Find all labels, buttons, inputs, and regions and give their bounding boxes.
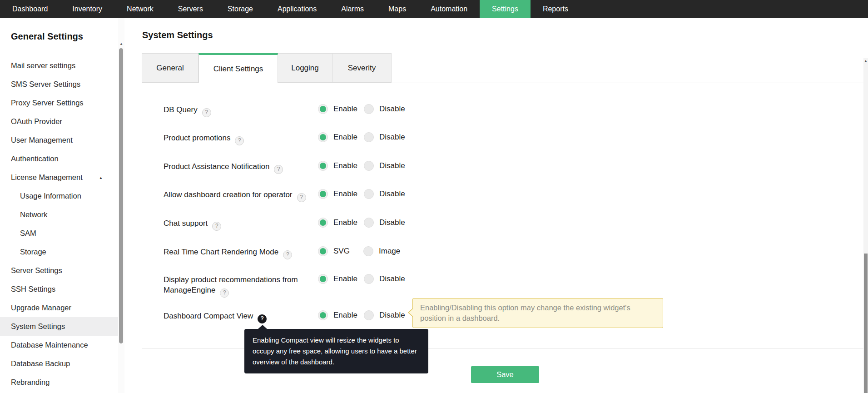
radio-option-enable[interactable]: Enable <box>318 104 364 114</box>
radio-option-disable[interactable]: Disable <box>364 104 412 114</box>
tab-logging[interactable]: Logging <box>278 53 332 83</box>
radio-icon <box>363 246 373 256</box>
radio-option-image[interactable]: Image <box>363 246 407 256</box>
save-button[interactable]: Save <box>471 366 539 383</box>
tab-client-settings[interactable]: Client Settings <box>198 53 278 83</box>
sidebar: General Settings Mail server settings ▲ … <box>0 18 124 393</box>
sidebar-title: General Settings <box>11 31 83 42</box>
nav-item-settings[interactable]: Settings <box>480 0 531 18</box>
tab-severity[interactable]: Severity <box>332 53 392 83</box>
radio-icon <box>318 274 328 284</box>
radio-icon <box>318 218 328 228</box>
radio-icon <box>318 104 328 114</box>
scrollbar-up-icon[interactable]: ▲ <box>118 42 124 46</box>
radio-option-enable[interactable]: Enable <box>318 132 364 142</box>
sidebar-item-proxy-server-settings[interactable]: Proxy Server Settings ▲ <box>0 94 118 112</box>
nav-item-inventory[interactable]: Inventory <box>60 0 114 18</box>
radio-icon <box>318 310 328 320</box>
warning-text: Enabling/Disabling this option may chang… <box>420 303 630 322</box>
sidebar-item-sam[interactable]: SAM ▲ <box>0 224 118 243</box>
radio-icon <box>318 132 328 142</box>
radio-option-disable[interactable]: Disable <box>364 274 412 284</box>
help-icon[interactable]: ? <box>274 165 283 174</box>
sidebar-scrollbar[interactable]: ▲ <box>118 18 124 393</box>
sidebar-item-authentication[interactable]: Authentication ▲ <box>0 149 118 168</box>
tab-general[interactable]: General <box>142 53 198 83</box>
setting-label: DB Query <box>164 105 198 114</box>
radio-option-disable[interactable]: Disable <box>364 161 412 171</box>
sidebar-item-database-backup[interactable]: Database Backup ▲ <box>0 354 118 373</box>
tab-label: Client Settings <box>213 65 263 74</box>
help-icon[interactable]: ? <box>258 314 267 323</box>
main-scrollbar[interactable]: ▲ <box>863 58 868 393</box>
radio-icon <box>364 104 374 114</box>
sidebar-item-upgrade-manager[interactable]: Upgrade Manager ▲ <box>0 298 118 317</box>
help-icon[interactable]: ? <box>297 193 306 202</box>
sidebar-item-server-settings[interactable]: Server Settings ▲ <box>0 261 118 280</box>
radio-icon <box>364 132 374 142</box>
radio-icon <box>318 246 328 256</box>
radio-group: Enable Disable <box>318 104 412 114</box>
setting-label: Allow dashboard creation for operator <box>164 190 293 199</box>
nav-item-reports[interactable]: Reports <box>531 0 580 18</box>
nav-item-network[interactable]: Network <box>114 0 166 18</box>
radio-option-enable[interactable]: Enable <box>318 161 364 171</box>
help-tooltip: Enabling Compact view will resize the wi… <box>244 329 428 373</box>
sidebar-item-network[interactable]: Network ▲ <box>0 205 118 224</box>
setting-label: Product promotions <box>164 134 230 142</box>
radio-icon <box>364 218 374 228</box>
radio-option-enable[interactable]: Enable <box>318 218 364 228</box>
sidebar-item-sms-server-settings[interactable]: SMS Server Settings ▲ <box>0 75 118 94</box>
radio-group: Enable Disable <box>318 132 412 142</box>
sidebar-item-mail-server-settings[interactable]: Mail server settings ▲ <box>0 56 118 75</box>
nav-item-alarms[interactable]: Alarms <box>329 0 376 18</box>
tab-label: Logging <box>291 64 319 73</box>
radio-option-enable[interactable]: Enable <box>318 310 364 320</box>
scrollbar-thumb[interactable] <box>119 48 123 343</box>
radio-group: SVG Image <box>318 246 407 256</box>
tab-label: Severity <box>348 64 376 73</box>
sidebar-item-license-management[interactable]: License Management ▲ <box>0 168 118 187</box>
tooltip-text: Enabling Compact view will resize the wi… <box>253 336 417 366</box>
nav-item-maps[interactable]: Maps <box>376 0 418 18</box>
radio-group: Enable Disable <box>318 189 412 199</box>
radio-option-disable[interactable]: Disable <box>364 310 412 320</box>
nav-item-dashboard[interactable]: Dashboard <box>0 0 60 18</box>
setting-label: Chat support <box>164 219 208 228</box>
scrollbar-up-icon[interactable]: ▲ <box>863 59 868 62</box>
radio-option-disable[interactable]: Disable <box>364 132 412 142</box>
nav-item-storage[interactable]: Storage <box>215 0 265 18</box>
sidebar-item-system-settings[interactable]: System Settings ▲ <box>0 317 118 336</box>
radio-group: Enable Disable <box>318 274 412 284</box>
help-icon[interactable]: ? <box>235 136 244 145</box>
radio-icon <box>364 310 374 320</box>
setting-label: Product Assistance Notification <box>164 162 269 171</box>
nav-item-automation[interactable]: Automation <box>418 0 480 18</box>
help-icon[interactable]: ? <box>283 250 292 259</box>
radio-option-disable[interactable]: Disable <box>364 218 412 228</box>
radio-option-disable[interactable]: Disable <box>364 189 412 199</box>
radio-option-enable[interactable]: Enable <box>318 189 364 199</box>
sidebar-item-rebranding[interactable]: Rebranding ▲ <box>0 373 118 392</box>
help-icon[interactable]: ? <box>220 289 229 298</box>
sidebar-item-ssh-settings[interactable]: SSH Settings ▲ <box>0 280 118 298</box>
warning-callout: Enabling/Disabling this option may chang… <box>412 298 663 328</box>
setting-label: Dashboard Compact View <box>164 312 253 320</box>
sidebar-item-user-management[interactable]: User Management ▲ <box>0 131 118 149</box>
scrollbar-thumb[interactable] <box>864 254 868 393</box>
setting-label: Display product recommendations from Man… <box>164 275 298 294</box>
nav-item-servers[interactable]: Servers <box>166 0 215 18</box>
caret-up-icon[interactable]: ▲ <box>99 169 103 187</box>
sidebar-item-storage[interactable]: Storage ▲ <box>0 243 118 261</box>
radio-group: Enable Disable <box>318 218 412 228</box>
help-icon[interactable]: ? <box>202 108 211 117</box>
radio-option-svg[interactable]: SVG <box>318 246 363 256</box>
help-icon[interactable]: ? <box>212 222 221 231</box>
main-content: System Settings General Client Settings … <box>124 18 868 393</box>
radio-icon <box>364 189 374 199</box>
sidebar-item-oauth-provider[interactable]: OAuth Provider ▲ <box>0 112 118 131</box>
nav-item-applications[interactable]: Applications <box>265 0 329 18</box>
radio-option-enable[interactable]: Enable <box>318 274 364 284</box>
sidebar-item-usage-information[interactable]: Usage Information ▲ <box>0 187 118 205</box>
sidebar-item-database-maintenance[interactable]: Database Maintenance ▲ <box>0 336 118 354</box>
